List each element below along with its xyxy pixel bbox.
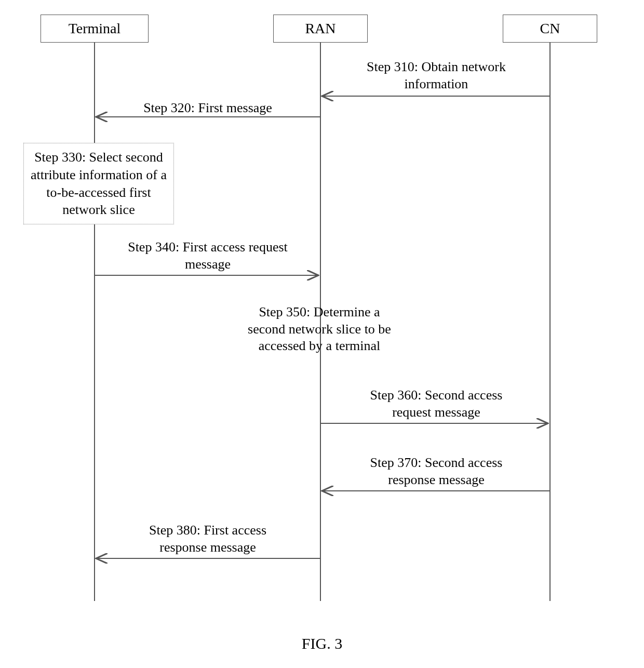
lifeline-terminal [94,43,95,601]
figure-caption: FIG. 3 [0,635,644,652]
label-step340: Step 340: First access request message [109,239,306,273]
actor-ran: RAN [273,15,368,43]
actor-cn: CN [503,15,597,43]
label-step320: Step 320: First message [114,100,301,117]
label-step350: Step 350: Determine a second network sli… [213,304,426,355]
label-step370: Step 370: Second access response message [343,455,530,488]
sequence-diagram: Terminal RAN CN Step 310: Obtain network… [0,0,644,668]
actor-ran-label: RAN [305,20,336,36]
label-step360: Step 360: Second access request message [343,387,530,421]
label-step310: Step 310: Obtain network information [343,59,530,92]
actor-terminal-label: Terminal [69,20,121,36]
actor-terminal: Terminal [41,15,149,43]
note-step330: Step 330: Select second attribute inform… [23,143,174,224]
actor-cn-label: CN [540,20,560,36]
lifeline-cn [549,43,551,601]
label-step380: Step 380: First access response message [114,522,301,556]
